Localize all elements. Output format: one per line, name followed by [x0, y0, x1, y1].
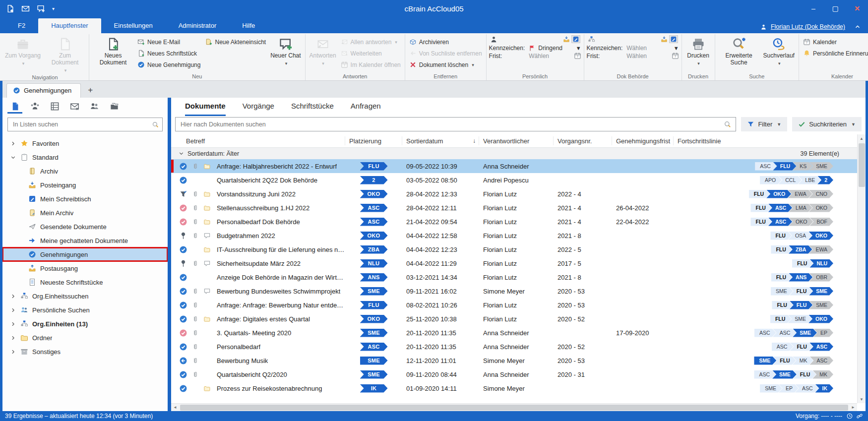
maximize-button[interactable]: ▢	[824, 0, 846, 17]
ribbon-button-neue-e-mail[interactable]: Neue E-Mail	[136, 37, 202, 47]
tab-vorgänge[interactable]: Vorgänge	[243, 102, 274, 116]
ribbon-button-neue-akteneinsicht[interactable]: Neue Akteneinsicht	[203, 37, 267, 47]
documents-view-icon[interactable]	[7, 101, 22, 114]
table-row[interactable]: Sicherheitsupdate März 2022 NLU 04-04-20…	[171, 256, 866, 270]
chevron-right-icon[interactable]	[9, 307, 16, 313]
column-header-verantwortlicher[interactable]: Verantwortlicher	[479, 136, 554, 145]
user-link[interactable]: Florian Lutz (Dok Behörde)	[771, 23, 845, 30]
chevron-right-icon[interactable]	[9, 335, 16, 341]
tab-anfragen[interactable]: Anfragen	[351, 102, 381, 116]
ribbon-button-neuer-chat[interactable]: Neuer Chat▾	[269, 35, 302, 73]
column-header-platzierung[interactable]: Platzierung	[345, 136, 402, 145]
collapse-ribbon-icon[interactable]	[854, 23, 861, 30]
sidebar-item-archiv[interactable]: Archiv	[2, 164, 168, 178]
menu-tab-administrator[interactable]: Administrator	[166, 18, 230, 33]
chevron-right-icon[interactable]	[9, 349, 16, 355]
new-document-button[interactable]	[6, 4, 14, 13]
sidebar-item-standard[interactable]: Standard	[2, 150, 168, 164]
chevron-down-icon[interactable]	[9, 154, 16, 161]
sidebar-item-neueste-schriftstücke[interactable]: Neueste Schriftstücke	[2, 275, 168, 289]
new-chat-button[interactable]	[37, 4, 45, 13]
calendar-picker[interactable]: 7	[574, 52, 581, 60]
folders-view-icon[interactable]	[107, 101, 122, 114]
column-header-sortierdatum[interactable]: Sortierdatum↓	[402, 136, 479, 145]
filter-button[interactable]: Filter ▼	[741, 117, 787, 131]
group-row[interactable]: Sortierdatum: Älter 39 Element(e)	[171, 148, 866, 159]
table-row[interactable]: Anfrage: Anfrage: Bewerbung Natur entdec…	[171, 298, 866, 312]
ribbon-button-dokument-löschen[interactable]: Dokument löschen▾	[408, 60, 484, 70]
scroll-down-icon[interactable]: ▼	[860, 395, 864, 403]
sidebar-item-sonstiges[interactable]: Sonstiges	[2, 345, 168, 359]
table-row[interactable]: Anfrage: Digitales erstes Quartal OKO 25…	[171, 312, 866, 326]
sidebar-item-mein-archiv[interactable]: Mein Archiv	[2, 206, 168, 220]
ribbon-button-antworten[interactable]: Antworten▾	[308, 35, 338, 73]
chevron-right-icon[interactable]	[9, 140, 16, 147]
sidebar-item-genehmigungen[interactable]: Genehmigungen	[2, 247, 168, 261]
field-value[interactable]: Wählen	[626, 53, 647, 60]
sidebar-item-meine-gechatteten-dokumente[interactable]: Meine gechatteten Dokumente	[2, 234, 168, 247]
close-button[interactable]: ✕	[846, 0, 868, 17]
table-row[interactable]: IT-Ausschreibung für die Lieferung eines…	[171, 242, 866, 256]
sidebar-item-org-einheitssuchen[interactable]: Org.Einheitssuchen	[2, 289, 168, 303]
ribbon-button-drucken[interactable]: Drucken▾	[684, 35, 712, 73]
sidebar-item-favoriten[interactable]: Favoriten	[2, 136, 168, 150]
scroll-right-icon[interactable]: ►	[849, 405, 857, 410]
quick-access-caret-icon[interactable]: ▾	[52, 6, 55, 11]
dropdown-caret-icon[interactable]: ▼	[576, 45, 581, 51]
sidebar-item-postausgang[interactable]: Postausgang	[2, 261, 168, 275]
list-view-icon[interactable]	[47, 101, 62, 114]
mail-view-icon[interactable]	[67, 101, 82, 114]
ribbon-button-von-suchliste-entfernen[interactable]: Von Suchliste entfernen	[408, 48, 484, 59]
table-row[interactable]: Personalbedarf ASC 20-11-2020 11:35 Anna…	[171, 340, 866, 354]
table-row[interactable]: Personalbedarf Dok Behörde ASC 21-04-202…	[171, 215, 866, 229]
tab-schriftstücke[interactable]: Schriftstücke	[291, 102, 334, 116]
sidebar-item-gesendete-dokumente[interactable]: Gesendete Dokumente	[2, 220, 168, 234]
ribbon-button-weiterleiten[interactable]: Weiterleiten	[339, 48, 402, 59]
sidebar-item-org-einheiten-13-[interactable]: Org.Einheiten (13)	[2, 317, 168, 331]
calendar-picker[interactable]: 7	[672, 52, 679, 60]
scroll-up-icon[interactable]: ▲	[860, 134, 864, 142]
ribbon-button-erweiterte-suche[interactable]: Erweiterte Suche	[718, 35, 760, 73]
participants-view-icon[interactable]	[27, 101, 42, 114]
ribbon-button-im-kalender-öffnen[interactable]: 7Im Kalender öffnen	[339, 60, 402, 70]
sidebar-item-posteingang[interactable]: Posteingang	[2, 178, 168, 192]
table-row[interactable]: Prozess zur Reisekostenabrechnung IK 01-…	[171, 381, 866, 395]
contacts-view-icon[interactable]	[87, 101, 102, 114]
menu-tab-f2[interactable]: F2	[5, 18, 38, 33]
table-row[interactable]: Quartalsbericht Q2/2020 SME 09-11-2020 0…	[171, 367, 866, 381]
ribbon-button-neue-genehmigung[interactable]: Neue Genehmigung	[136, 60, 202, 70]
chevron-right-icon[interactable]	[9, 321, 16, 327]
table-row[interactable]: 3. Quartals- Meeting 2020 SME 20-11-2020…	[171, 326, 866, 340]
table-row[interactable]: Stellenausschreibung 1.HJ 2022 ASC 28-04…	[171, 201, 866, 215]
dropdown-caret-icon[interactable]: ▼	[674, 45, 679, 51]
ribbon-button-persönliche-erinnerungen[interactable]: Persönliche Erinnerungen	[802, 48, 868, 59]
table-row[interactable]: Anfrage: Halbjahresbericht 2022 - Entwur…	[171, 159, 866, 173]
ribbon-button-kalender[interactable]: 7Kalender	[802, 37, 868, 47]
menu-tab-hilfe[interactable]: Hilfe	[229, 18, 268, 33]
column-header-betreff[interactable]: Betreff	[171, 136, 345, 145]
sidebar-item-persönliche-suchen[interactable]: Persönliche Suchen	[2, 303, 168, 317]
ribbon-button-zum-dokument[interactable]: Zum Dokument▾	[44, 35, 86, 74]
menu-tab-einstellungen[interactable]: Einstellungen	[101, 18, 166, 33]
add-tab-button[interactable]: +	[81, 85, 100, 98]
ribbon-button-allen-antworten[interactable]: Allen antworten▾	[339, 37, 402, 47]
table-row[interactable]: Vorstandssitzung Juni 2022 OKO 28-04-202…	[171, 187, 866, 201]
sidebar-search-input[interactable]	[12, 120, 152, 128]
new-email-button[interactable]	[21, 4, 30, 13]
table-row[interactable]: Anzeige Dok Behörde in Magazin der Wirts…	[171, 270, 866, 284]
vertical-scroll-thumb[interactable]	[859, 143, 865, 187]
field-value[interactable]: Wählen	[626, 45, 647, 52]
field-value[interactable]: Wählen	[529, 53, 549, 60]
ribbon-button-archivieren[interactable]: Archivieren	[408, 37, 484, 47]
ribbon-button-zum-vorgang[interactable]: Zum Vorgang▾	[3, 35, 42, 74]
tab-genehmigungen[interactable]: Genehmigungen	[6, 83, 81, 98]
column-header-fortschrittslinie[interactable]: Fortschrittslinie	[674, 136, 857, 145]
table-row[interactable]: Bewerbung Musik SME 12-11-2020 11:01 Sim…	[171, 354, 866, 367]
table-row[interactable]: Budgetrahmen 2022 OKO 04-04-2022 12:58 F…	[171, 229, 866, 242]
sidebar-splitter[interactable]	[168, 98, 171, 411]
vertical-scrollbar[interactable]: ▲ ▼	[857, 134, 866, 403]
column-header-vorgangsnr-[interactable]: Vorgangsnr.	[554, 136, 612, 145]
minimize-button[interactable]: –	[803, 0, 824, 17]
column-header-genehmigungsfrist[interactable]: Genehmigungsfrist	[612, 136, 674, 145]
field-value[interactable]: Dringend	[529, 45, 562, 52]
